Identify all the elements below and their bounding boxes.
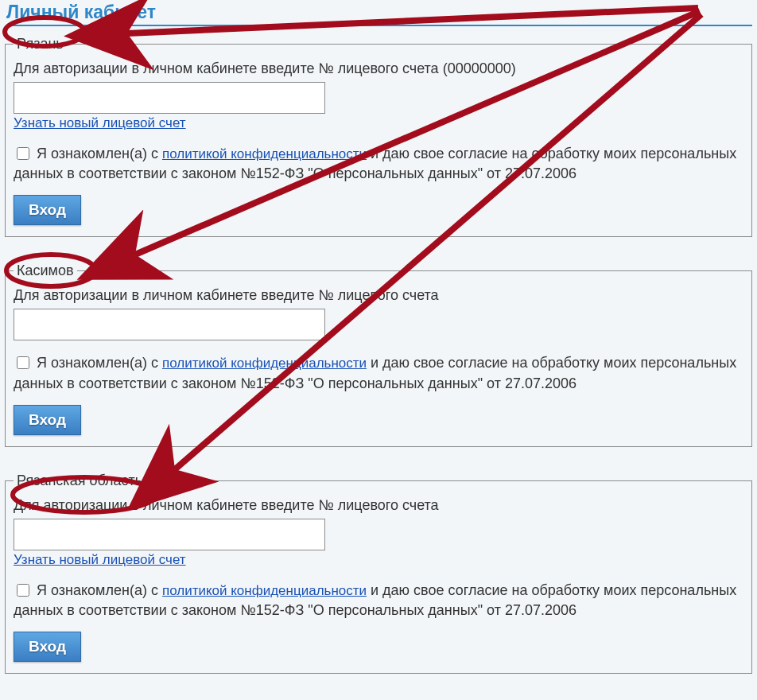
privacy-policy-link[interactable]: политикой конфиденциальности [162, 146, 367, 161]
section-ryazan: Рязань Для авторизации в личном кабинете… [5, 36, 752, 237]
consent-prefix: Я ознакомлен(а) с [37, 355, 162, 371]
find-account-link[interactable]: Узнать новый лицевой счет [14, 115, 186, 130]
login-button[interactable]: Вход [14, 632, 81, 662]
section-kasimov: Касимов Для авторизации в личном кабинет… [5, 262, 752, 446]
consent-row: Я ознакомлен(а) с политикой конфиденциал… [14, 581, 743, 620]
account-number-input[interactable] [14, 519, 325, 550]
login-button[interactable]: Вход [14, 195, 81, 225]
section-legend: Рязань [14, 36, 67, 52]
consent-checkbox[interactable] [17, 356, 29, 369]
page-title: Личный кабинет [6, 2, 752, 26]
section-legend: Рязанская область [14, 472, 146, 489]
consent-prefix: Я ознакомлен(а) с [37, 582, 162, 598]
privacy-policy-link[interactable]: политикой конфиденциальности [162, 583, 367, 598]
section-legend: Касимов [14, 262, 77, 279]
login-button[interactable]: Вход [14, 405, 81, 435]
instruction-text: Для авторизации в личном кабинете введит… [14, 497, 743, 514]
find-account-link[interactable]: Узнать новый лицевой счет [14, 552, 186, 567]
account-number-input[interactable] [14, 82, 325, 114]
consent-row: Я ознакомлен(а) с политикой конфиденциал… [14, 144, 743, 184]
instruction-text: Для авторизации в личном кабинете введит… [14, 60, 743, 77]
instruction-text: Для авторизации в личном кабинете введит… [14, 287, 743, 304]
consent-checkbox[interactable] [17, 147, 29, 160]
consent-prefix: Я ознакомлен(а) с [37, 146, 162, 161]
consent-checkbox[interactable] [17, 584, 29, 597]
consent-row: Я ознакомлен(а) с политикой конфиденциал… [14, 353, 743, 393]
account-number-input[interactable] [14, 309, 325, 340]
privacy-policy-link[interactable]: политикой конфиденциальности [162, 356, 367, 371]
section-ryazan-oblast: Рязанская область Для авторизации в личн… [5, 472, 752, 674]
